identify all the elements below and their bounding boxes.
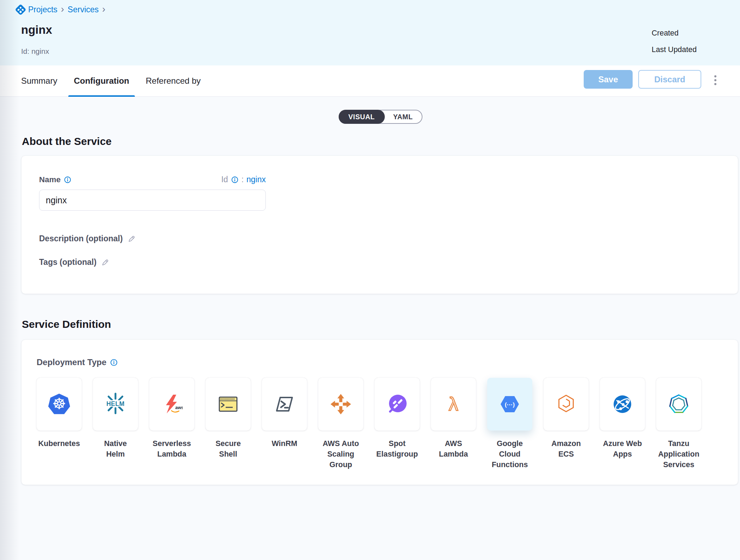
deployment-type-label: AmazonECS [537,438,596,459]
aws-lambda-icon: λ [441,392,465,416]
page-id: Id: nginx [21,47,49,56]
deployment-type-winrm[interactable]: WinRM [262,378,307,470]
deployment-type-secure-shell[interactable]: SecureShell [206,378,251,470]
deployment-type-kubernetes[interactable]: ☸Kubernetes [37,378,82,470]
kubernetes-icon: ☸ [47,392,71,416]
deployment-type-tile[interactable] [206,378,251,431]
deployment-type-spot-elastigroup[interactable]: SpotElastigroup [375,378,420,470]
configuration-content: VISUAL YAML About the Service Name Id : … [0,110,740,485]
chevron-right-icon: › [102,6,105,13]
google-cloud-functions-icon: (···) [498,392,522,416]
deployment-type-tile[interactable]: aws [149,378,194,431]
name-label-row: Name [39,175,71,184]
breadcrumb-projects-link[interactable]: Projects [28,5,57,14]
toggle-visual[interactable]: VISUAL [339,110,385,124]
deployment-type-aws-auto-scaling-group[interactable]: AWS AutoScalingGroup [318,378,363,470]
harness-project-icon[interactable] [15,4,26,15]
azure-globe-icon [610,392,634,416]
svg-text:aws: aws [175,405,183,410]
description-label: Description (optional) [39,234,123,243]
deployment-type-label: WinRM [255,438,314,449]
tags-label: Tags (optional) [39,257,96,267]
header-meta: Created Last Updated [652,29,697,62]
id-row: Id : nginx [221,175,266,184]
deployment-type-label: TanzuApplicationServices [649,438,708,470]
tab-bar: Summary Configuration Referenced by Save… [0,65,740,97]
deployment-type-label: AWS AutoScalingGroup [311,438,370,470]
service-definition-heading: Service Definition [22,318,740,330]
breadcrumb: Projects › Services › [17,5,105,14]
tab-configuration[interactable]: Configuration [74,65,129,96]
deployment-type-label: ServerlessLambda [142,438,201,459]
description-row: Description (optional) [39,234,720,243]
created-label: Created [652,29,697,37]
helm-icon: HELM [104,392,127,416]
breadcrumb-services-link[interactable]: Services [68,5,99,14]
save-button[interactable]: Save [584,70,633,89]
deployment-type-amazon-ecs[interactable]: AmazonECS [544,378,589,470]
about-service-card: Name Id : nginx Description (optional) [21,156,738,294]
tab-summary[interactable]: Summary [21,65,57,96]
deployment-type-tile[interactable]: (···) [487,378,532,431]
deployment-type-tile[interactable] [656,378,701,431]
deployment-type-label: Kubernetes [30,438,89,449]
serverless-aws-lambda-icon: aws [160,392,184,416]
deployment-type-tile[interactable] [544,378,589,431]
tags-row: Tags (optional) [39,257,720,267]
info-icon[interactable] [110,358,118,367]
id-colon: : [242,175,244,184]
deployment-type-tanzu-application-services[interactable]: TanzuApplicationServices [656,378,701,470]
deployment-type-native-helm[interactable]: HELMNativeHelm [93,378,138,470]
deployment-type-tile[interactable] [262,378,307,431]
deployment-type-tile[interactable] [318,378,363,431]
deployment-type-label: SecureShell [199,438,258,459]
tanzu-heptagon-icon [667,392,691,416]
svg-text:λ: λ [449,393,458,414]
page-title: nginx [21,23,52,37]
id-value-link[interactable]: nginx [246,175,266,184]
powershell-icon [272,392,296,416]
chevron-right-icon: › [61,6,64,13]
info-icon[interactable] [231,176,239,184]
deployment-type-tile[interactable] [600,378,645,431]
deployment-type-label: Deployment Type [37,357,106,367]
svg-text:HELM: HELM [106,400,125,407]
amazon-ecs-icon [554,392,578,416]
discard-button[interactable]: Discard [638,70,701,89]
edit-pencil-icon[interactable] [101,258,109,267]
name-label: Name [39,175,61,184]
service-definition-card: Deployment Type ☸KubernetesHELMNativeHel… [21,340,738,485]
deployment-type-aws-lambda[interactable]: λAWSLambda [431,378,476,470]
last-updated-label: Last Updated [652,45,697,53]
deployment-type-label: NativeHelm [86,438,145,459]
deployment-type-label: SpotElastigroup [368,438,427,459]
deployment-type-label: Azure WebApps [593,438,652,459]
auto-scaling-arrows-icon [329,392,353,416]
deployment-type-google-cloud-functions[interactable]: (···)GoogleCloudFunctions [487,378,532,470]
toggle-yaml[interactable]: YAML [384,110,422,123]
about-service-heading: About the Service [22,135,740,147]
deployment-type-label: GoogleCloudFunctions [480,438,539,470]
deployment-type-tile[interactable]: λ [431,378,476,431]
deployment-type-serverless-lambda[interactable]: awsServerlessLambda [149,378,194,470]
service-name-input[interactable] [39,190,266,211]
spot-comet-icon [385,392,409,416]
deployment-type-tile[interactable]: ☸ [37,378,82,431]
id-label: Id [221,175,228,184]
deployment-type-grid: ☸KubernetesHELMNativeHelmawsServerlessLa… [37,378,723,470]
deployment-type-azure-web-apps[interactable]: Azure WebApps [600,378,645,470]
terminal-icon [216,392,240,416]
visual-yaml-toggle: VISUAL YAML [339,110,423,124]
deployment-type-tile[interactable]: HELM [93,378,138,431]
page-header: Projects › Services › nginx Id: nginx Cr… [0,0,740,65]
deployment-type-tile[interactable] [375,378,420,431]
info-icon[interactable] [64,176,71,184]
edit-pencil-icon[interactable] [127,235,136,243]
kebab-menu-icon[interactable] [708,72,723,89]
deployment-type-row: Deployment Type [37,357,723,367]
svg-text:(···): (···) [505,401,515,408]
tab-referenced-by[interactable]: Referenced by [146,65,201,96]
deployment-type-label: AWSLambda [424,438,483,459]
